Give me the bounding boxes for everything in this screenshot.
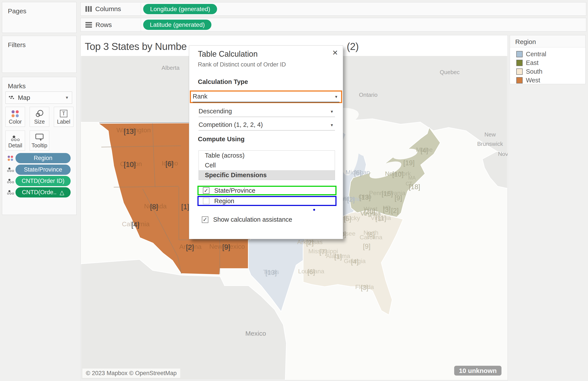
map-label: [4] bbox=[131, 221, 139, 229]
listbox-option-specific-dimensions[interactable]: Specific Dimensions bbox=[199, 170, 335, 180]
map-label: [4] bbox=[421, 147, 428, 154]
tableau-workspace: Pages Filters Marks Map ▼ Color bbox=[0, 0, 588, 381]
legend-label: East bbox=[526, 59, 539, 66]
size-icon bbox=[35, 110, 44, 117]
map-label: MD bbox=[383, 205, 391, 211]
detail-button[interactable]: Detail bbox=[5, 130, 25, 151]
pill-region[interactable]: Region bbox=[16, 153, 71, 163]
map-label: [8] bbox=[150, 203, 158, 211]
map-label: Nevada bbox=[144, 203, 167, 210]
state-province-checkbox[interactable]: ✓ bbox=[203, 187, 210, 194]
rows-label: Rows bbox=[95, 21, 112, 29]
map-label: [2] bbox=[186, 243, 194, 252]
close-icon[interactable]: ✕ bbox=[332, 49, 338, 57]
map-label: [6] bbox=[308, 268, 315, 276]
label-button[interactable]: T Label bbox=[54, 107, 73, 127]
pill-cntd-table-calc[interactable]: CNTD(Orde.. △ bbox=[16, 187, 71, 197]
unknown-values-badge[interactable]: 10 unknown bbox=[454, 366, 502, 376]
chevron-down-icon: ▼ bbox=[65, 95, 69, 100]
region-color-legend[interactable]: Region Central East South West bbox=[510, 35, 586, 84]
map-label: [6] bbox=[166, 160, 173, 168]
pages-shelf[interactable]: Pages bbox=[2, 2, 77, 33]
south-swatch bbox=[516, 68, 523, 75]
legend-item-west[interactable]: West bbox=[510, 76, 585, 85]
pages-label: Pages bbox=[2, 2, 76, 15]
color-button-label: Color bbox=[9, 119, 22, 125]
map-label: [5] bbox=[344, 215, 351, 223]
map-label: [1] bbox=[334, 253, 342, 261]
filters-label: Filters bbox=[2, 36, 76, 49]
legend-items: Central East South West bbox=[510, 47, 585, 84]
pill-label: CNTD(Orde.. bbox=[22, 189, 57, 196]
map-label: MA bbox=[408, 175, 416, 181]
legend-item-east[interactable]: East bbox=[510, 58, 585, 67]
detail-icon bbox=[6, 179, 15, 183]
assistance-checkbox[interactable]: ✓ bbox=[202, 216, 208, 223]
detail-icon bbox=[6, 190, 15, 195]
dialog-subtitle: Rank of Distinct count of Order ID bbox=[198, 61, 286, 68]
west-swatch bbox=[516, 77, 523, 84]
map-label: [3] bbox=[383, 206, 390, 214]
map-label: [2] bbox=[306, 239, 314, 247]
map-label: Mexico bbox=[245, 330, 266, 337]
legend-item-central[interactable]: Central bbox=[510, 50, 585, 58]
compute-using-heading: Compute Using bbox=[198, 136, 245, 143]
compute-using-listbox: Table (across) Cell Specific Dimensions bbox=[199, 150, 335, 180]
color-button[interactable]: Color bbox=[5, 107, 25, 127]
rank-method-dropdown[interactable]: Competition (1, 2, 2, 4) ▼ bbox=[199, 120, 335, 130]
map-label: [2] bbox=[347, 196, 355, 204]
marks-label: Marks bbox=[2, 77, 76, 90]
listbox-option-table-across[interactable]: Table (across) bbox=[199, 151, 335, 160]
map-label: [13] bbox=[124, 127, 136, 136]
region-checkbox[interactable] bbox=[203, 198, 210, 204]
map-icon bbox=[8, 95, 15, 100]
map-label: Virginia bbox=[371, 214, 391, 221]
mark-pill-row: Region bbox=[5, 153, 71, 163]
map-label: Quebec bbox=[440, 69, 460, 75]
dialog-title: Table Calculation bbox=[198, 49, 258, 59]
delta-icon: △ bbox=[60, 189, 64, 196]
map-label: Ohio bbox=[358, 193, 371, 200]
tooltip-icon bbox=[35, 133, 44, 141]
map-label: [1] bbox=[181, 203, 189, 211]
pill-latitude[interactable]: Latitude (generated) bbox=[143, 20, 211, 30]
table-calculation-dialog: Table Calculation Rank of Distinct count… bbox=[189, 45, 343, 239]
size-button[interactable]: Size bbox=[30, 107, 49, 127]
dimension-row-state-province[interactable]: ✓ State/Province bbox=[199, 187, 336, 194]
rows-shelf[interactable]: Rows Latitude (generated) bbox=[81, 18, 586, 32]
map-label: New bbox=[484, 131, 496, 138]
tooltip-button[interactable]: Tooltip bbox=[30, 130, 49, 151]
rank-method-value: Competition (1, 2, 2, 4) bbox=[199, 121, 263, 130]
east-swatch bbox=[516, 60, 523, 66]
legend-title: Region bbox=[510, 35, 585, 45]
mark-type-value: Map bbox=[18, 94, 30, 101]
mark-pill-row: CNTD(Orde.. △ bbox=[5, 187, 71, 197]
map-label: California bbox=[122, 220, 149, 228]
pill-state-province[interactable]: State/Province bbox=[16, 165, 71, 175]
worksheet-title: Top 3 States by Numbe bbox=[85, 41, 187, 52]
rows-icon bbox=[85, 22, 92, 28]
legend-label: West bbox=[526, 77, 540, 84]
legend-item-south[interactable]: South bbox=[510, 67, 585, 76]
pill-longitude[interactable]: Longitude (generated) bbox=[143, 4, 217, 14]
filters-shelf[interactable]: Filters bbox=[2, 36, 77, 73]
map-label: Virginia bbox=[360, 210, 381, 217]
state-province-highlight: ✓ State/Province bbox=[197, 186, 336, 195]
pill-cntd-order-id[interactable]: CNTD(Order ID) bbox=[16, 176, 71, 186]
map-label: West bbox=[364, 206, 378, 212]
assistance-row[interactable]: ✓ Show calculation assistance bbox=[202, 216, 292, 223]
mark-type-dropdown[interactable]: Map ▼ bbox=[5, 92, 72, 104]
listbox-option-cell[interactable]: Cell bbox=[199, 160, 335, 170]
map-label: [18] bbox=[409, 183, 420, 191]
columns-icon bbox=[85, 6, 92, 12]
columns-shelf[interactable]: Columns Longitude (generated) bbox=[81, 2, 586, 16]
calc-type-value: Rank bbox=[193, 93, 208, 102]
chevron-down-icon: ▼ bbox=[330, 123, 335, 130]
calc-type-dropdown[interactable]: Rank ▼ bbox=[193, 92, 339, 103]
rank-order-dropdown[interactable]: Descending ▼ bbox=[199, 106, 335, 117]
map-label: [8] bbox=[367, 231, 375, 239]
map-label: North bbox=[363, 229, 378, 236]
map-label: Louisiana bbox=[298, 268, 324, 275]
mark-pill-row: State/Province bbox=[5, 165, 71, 175]
dimension-row-region[interactable]: Region bbox=[199, 197, 336, 205]
